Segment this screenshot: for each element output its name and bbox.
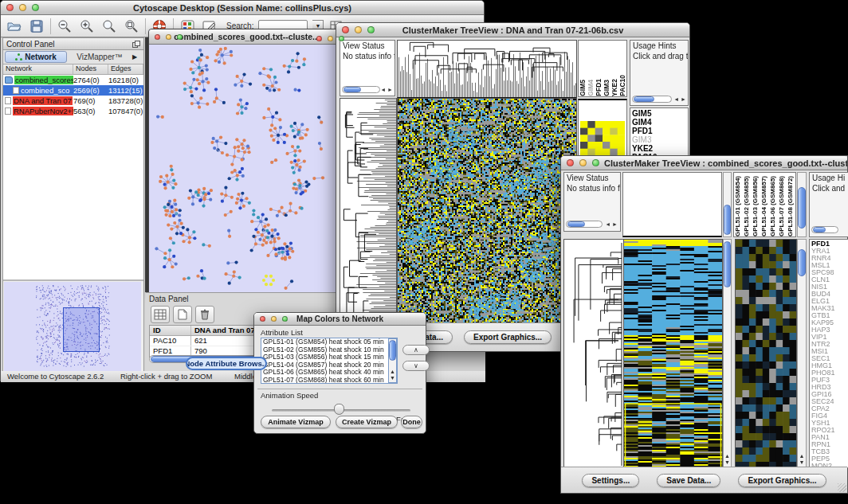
minimize-button[interactable] <box>19 4 26 11</box>
network-list-row[interactable]: combined_sco 2569(6) 13112(15) <box>3 85 143 96</box>
scrollbar-thumb[interactable] <box>634 96 654 102</box>
zoom-in-icon[interactable] <box>78 18 96 34</box>
heatmap-canvas[interactable] <box>397 98 577 324</box>
animate-vizmap-button[interactable]: Animate Vizmap <box>261 416 331 428</box>
column-label[interactable]: GIM4 <box>587 80 595 96</box>
treeview2-title-bar[interactable]: ClusterMaker TreeView : combined_scores_… <box>561 156 847 170</box>
attribute-select-icon[interactable] <box>151 306 170 323</box>
column-label[interactable]: PFD1 <box>595 79 603 96</box>
network-overview-panel[interactable] <box>3 279 143 372</box>
column-label[interactable]: GPL51-01 (GSM854) <box>734 176 743 236</box>
close-button[interactable] <box>260 316 265 322</box>
dialog-title-bar[interactable]: Map Colors to Network <box>254 313 426 326</box>
vertical-scrollbar[interactable]: ▲▼ <box>797 239 807 468</box>
column-dendrogram[interactable] <box>397 40 577 99</box>
scrollbar-thumb[interactable] <box>344 87 361 92</box>
minimize-button[interactable] <box>271 316 277 322</box>
minimize-button[interactable] <box>328 36 333 41</box>
scrollbar-arrows[interactable]: ◄ ► <box>380 87 393 93</box>
vertical-scrollbar[interactable] <box>797 172 807 237</box>
treeview-action-button[interactable]: Save Data... <box>657 474 720 487</box>
network-window-title-bar[interactable]: combined_scores_good.txt--cluste... <box>149 29 344 45</box>
zoomed-heatmap-canvas[interactable] <box>735 239 797 470</box>
scrollbar-arrows[interactable]: ◄ ► <box>673 96 686 103</box>
column-tree-area[interactable] <box>622 172 722 237</box>
treeview-action-button[interactable]: Export Graphics... <box>738 474 826 487</box>
zoom-button[interactable] <box>367 26 375 33</box>
minimize-button[interactable] <box>355 26 362 33</box>
zoom-button[interactable] <box>282 316 288 322</box>
close-button[interactable] <box>316 36 322 41</box>
vertical-scrollbar[interactable]: ▲▼ <box>723 239 732 468</box>
tab-network[interactable]: Network <box>5 51 67 63</box>
gene-label[interactable]: GIM3 <box>632 135 686 144</box>
scrollbar-thumb[interactable] <box>813 227 826 232</box>
gene-label[interactable]: GIM5 <box>632 109 686 118</box>
horizontal-scrollbar[interactable] <box>811 226 838 233</box>
zoom-out-icon[interactable] <box>56 18 73 34</box>
scrollbar-thumb[interactable] <box>724 205 731 235</box>
scrollbar-thumb[interactable] <box>724 241 731 287</box>
close-button[interactable] <box>155 34 160 40</box>
column-label[interactable]: GPL51-08 (GSM872) <box>787 176 795 236</box>
create-vizmap-button[interactable]: Create Vizmap <box>336 416 398 428</box>
delete-attribute-icon[interactable] <box>195 306 214 323</box>
close-button[interactable] <box>342 26 349 33</box>
horizontal-scrollbar[interactable] <box>632 96 672 103</box>
scrollbar-arrows[interactable]: ▲▼ <box>389 369 396 381</box>
scrollbar-arrows[interactable]: ▲▼ <box>798 453 806 466</box>
zoom-selected-icon[interactable] <box>100 18 118 34</box>
network-list-row[interactable]: combined_scores 2764(0) 16218(0) <box>3 75 143 85</box>
scrollbar-thumb[interactable] <box>567 221 585 227</box>
new-attribute-icon[interactable] <box>173 306 192 323</box>
save-icon[interactable] <box>28 18 45 34</box>
column-label[interactable]: YKE2 <box>610 79 618 96</box>
column-label[interactable]: GPL51-06 (GSM865) <box>769 176 778 236</box>
column-label[interactable]: GPL51-04 (GSM857) <box>760 176 769 236</box>
network-canvas[interactable] <box>149 45 344 292</box>
move-down-button[interactable]: ∨ <box>402 361 430 371</box>
gene-label[interactable]: PFD1 <box>632 127 686 135</box>
column-label[interactable]: GIM5 <box>579 80 587 96</box>
scrollbar-thumb[interactable] <box>798 187 806 229</box>
scrollbar-arrows[interactable]: ◄ ► <box>605 221 618 228</box>
attribute-list-item[interactable]: GPL51-07 (GSM868) heat shock 60 min <box>261 377 397 385</box>
zoom-button[interactable] <box>32 4 39 11</box>
network-list-row[interactable]: RNAPuberNov2+! 563(0) 107847(0) <box>3 106 143 116</box>
column-label[interactable]: PAC10 <box>618 75 626 96</box>
tabs-overflow-arrow[interactable]: ▶ <box>132 53 142 61</box>
treeview-action-button[interactable]: Settings... <box>582 474 639 487</box>
float-panel-icon[interactable] <box>132 41 140 48</box>
minimize-button[interactable] <box>579 159 587 166</box>
zoom-button[interactable] <box>592 159 599 166</box>
zoom-button[interactable] <box>339 36 344 41</box>
row-dendrogram[interactable] <box>340 98 397 324</box>
main-title-bar[interactable]: Cytoscape Desktop (Session Name: collins… <box>1 1 484 15</box>
treeview-window-combined[interactable]: ClusterMaker TreeView : combined_scores_… <box>560 155 848 494</box>
move-up-button[interactable]: ∧ <box>402 345 430 355</box>
heatmap-canvas[interactable] <box>623 239 723 470</box>
column-label[interactable]: GIM3 <box>603 80 610 96</box>
scrollbar-thumb[interactable] <box>798 249 806 276</box>
scrollbar-thumb[interactable] <box>389 340 396 361</box>
treeview1-title-bar[interactable]: ClusterMaker TreeView : DNA and Tran 07-… <box>336 23 689 37</box>
horizontal-scrollbar[interactable] <box>342 86 380 93</box>
close-button[interactable] <box>567 159 574 166</box>
column-label[interactable]: GPL51-02 (GSM855) <box>743 176 752 236</box>
done-button[interactable]: Done <box>401 416 422 428</box>
zoom-button[interactable] <box>177 34 183 40</box>
resize-grip[interactable] <box>838 483 846 492</box>
node-attribute-browser-button[interactable]: Node Attribute Brows... <box>186 357 267 370</box>
horizontal-scrollbar[interactable] <box>566 221 603 228</box>
list-scrollbar[interactable]: ▲▼ <box>388 338 397 383</box>
open-icon[interactable] <box>6 18 23 34</box>
map-colors-dialog[interactable]: Map Colors to Network Attribute List GPL… <box>253 312 426 434</box>
network-view-window[interactable]: combined_scores_good.txt--cluste... <box>148 29 345 293</box>
minimize-button[interactable] <box>166 34 171 40</box>
column-label[interactable]: GPL51-03 (GSM856) <box>752 176 760 236</box>
vertical-scrollbar[interactable] <box>723 172 732 237</box>
slider-thumb[interactable] <box>334 404 344 415</box>
row-dendrogram[interactable] <box>563 239 624 470</box>
tab-vizmapper[interactable]: VizMapper™ <box>69 53 131 61</box>
attribute-list[interactable]: GPL51-01 (GSM854) heat shock 05 minGPL51… <box>261 338 398 384</box>
